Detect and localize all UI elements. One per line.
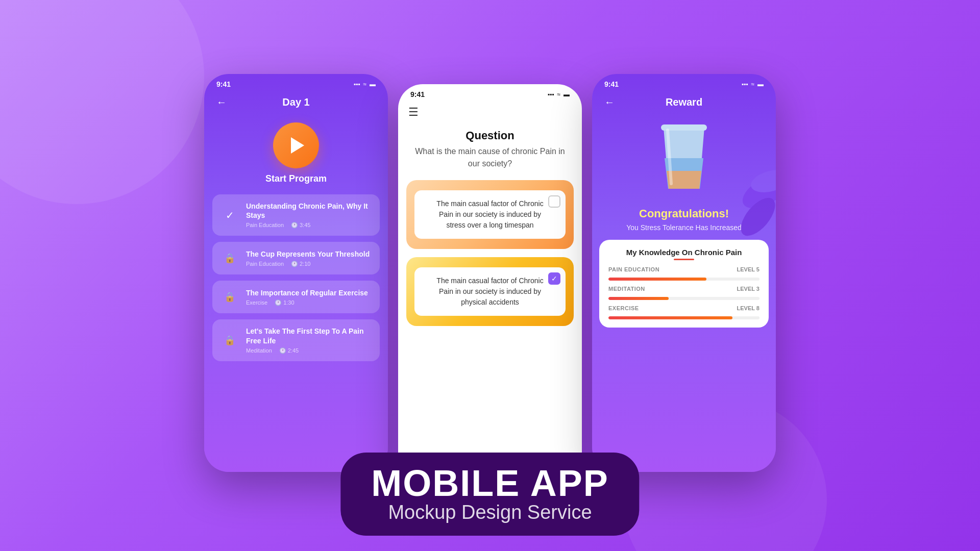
knowledge-label-1: PAIN EDUCATION [608, 266, 659, 272]
knowledge-level-1: LEVEL 5 [737, 266, 760, 272]
lesson-2-category: Pain Education [246, 261, 284, 267]
phone3-header: ← Reward [592, 88, 776, 112]
banner-subtitle: Mockup Design Service [371, 502, 608, 523]
phone3-status-icons: ▪▪▪ ≈ ▬ [742, 81, 764, 88]
phone1-signal-icon: ▪▪▪ [354, 81, 360, 88]
knowledge-bar-fill-3 [608, 316, 732, 319]
phone3-back-button[interactable]: ← [604, 96, 615, 108]
knowledge-label-2: MEDITATION [608, 286, 645, 292]
lesson-lock-icon-2: 🔒 [220, 288, 239, 306]
answer-2-checkbox[interactable]: ✓ [548, 272, 560, 285]
knowledge-row-1: PAIN EDUCATION LEVEL 5 [608, 266, 760, 272]
phone2-status-icons: ▪▪▪ ≈ ▬ [548, 91, 570, 98]
knowledge-card-title: My Knowledge On Chronic Pain [608, 248, 760, 257]
phone2-time: 9:41 [410, 90, 425, 98]
answer-card-1[interactable]: The main casual factor of Chronic Pain i… [406, 180, 574, 249]
phone-3: 9:41 ▪▪▪ ≈ ▬ ← Reward [592, 74, 776, 472]
phone2-status-bar: 9:41 ▪▪▪ ≈ ▬ [398, 84, 582, 98]
answer-cards: The main casual factor of Chronic Pain i… [398, 180, 582, 326]
phone1-title: Day 1 [282, 96, 309, 108]
answer-card-2-inner: ✓ The main casual factor of Chronic Pain… [414, 267, 566, 316]
phone-2: 9:41 ▪▪▪ ≈ ▬ ☰ Question What is the main… [398, 84, 582, 482]
knowledge-bar-track-3 [608, 316, 760, 319]
lesson-lock-icon: 🔒 [220, 249, 239, 267]
phone-1: 9:41 ▪▪▪ ≈ ▬ ← Day 1 Start Program [204, 74, 388, 472]
lesson-3-info: The Importance of Regular Exercise Exerc… [246, 288, 372, 306]
knowledge-bar-track-1 [608, 278, 760, 281]
lesson-3-time: 🕐1:30 [275, 299, 294, 306]
lesson-4-time: 🕐2:45 [279, 347, 299, 354]
answer-2-text: The main casual factor of Chronic Pain i… [423, 276, 557, 308]
knowledge-label-3: EXERCISE [608, 305, 639, 311]
banner-title: MOBILE APP [371, 465, 608, 502]
lesson-1-title: Understanding Chronic Pain, Why It Stays [246, 202, 372, 220]
list-item[interactable]: ✓ Understanding Chronic Pain, Why It Sta… [212, 194, 380, 236]
phone3-status-bar: 9:41 ▪▪▪ ≈ ▬ [592, 74, 776, 88]
lesson-lock-icon-3: 🔒 [220, 331, 239, 349]
phone1-header: ← Day 1 [204, 88, 388, 112]
play-icon [291, 137, 304, 154]
list-item[interactable]: 🔒 Let's Take The First Step To A Pain Fr… [212, 319, 380, 361]
phone1-status-icons: ▪▪▪ ≈ ▬ [354, 81, 376, 88]
lesson-2-info: The Cup Represents Your Threshold Pain E… [246, 249, 372, 267]
lesson-3-category: Exercise [246, 299, 267, 306]
lesson-1-info: Understanding Chronic Pain, Why It Stays… [246, 202, 372, 229]
answer-card-1-inner: The main casual factor of Chronic Pain i… [414, 190, 566, 239]
congrats-sub: You Stress Tolerance Has Increased [592, 223, 776, 232]
phone1-battery-icon: ▬ [370, 81, 376, 88]
question-title: Question [398, 123, 582, 145]
lesson-4-info: Let's Take The First Step To A Pain Free… [246, 327, 372, 354]
congrats-title: Congratulations! [592, 207, 776, 220]
list-item[interactable]: 🔒 The Importance of Regular Exercise Exe… [212, 281, 380, 313]
phone3-title: Reward [666, 96, 702, 108]
knowledge-card: My Knowledge On Chronic Pain PAIN EDUCAT… [599, 240, 769, 328]
answer-card-2[interactable]: ✓ The main casual factor of Chronic Pain… [406, 257, 574, 326]
lesson-1-meta: Pain Education 🕐3:45 [246, 222, 372, 229]
phone3-wifi-icon: ≈ [751, 81, 754, 88]
knowledge-level-2: LEVEL 3 [737, 286, 760, 292]
phone2-battery-icon: ▬ [564, 91, 570, 98]
hamburger-menu-icon[interactable]: ☰ [408, 106, 419, 119]
answer-1-text: The main casual factor of Chronic Pain i… [423, 198, 557, 231]
play-button[interactable] [273, 122, 319, 168]
lesson-list: ✓ Understanding Chronic Pain, Why It Sta… [204, 194, 388, 361]
knowledge-bar-track-2 [608, 297, 760, 300]
lesson-check-icon: ✓ [220, 206, 239, 224]
phone1-status-bar: 9:41 ▪▪▪ ≈ ▬ [204, 74, 388, 88]
phone3-battery-icon: ▬ [757, 81, 764, 88]
phone3-signal-icon: ▪▪▪ [742, 81, 748, 88]
lesson-3-meta: Exercise 🕐1:30 [246, 299, 372, 306]
lesson-1-category: Pain Education [246, 222, 284, 229]
phone3-time: 9:41 [604, 80, 619, 88]
main-container: 9:41 ▪▪▪ ≈ ▬ ← Day 1 Start Program [0, 0, 980, 551]
knowledge-level-3: LEVEL 8 [737, 305, 760, 311]
knowledge-row-3: EXERCISE LEVEL 8 [608, 305, 760, 311]
phone2-header: ☰ [398, 98, 582, 123]
lesson-2-title: The Cup Represents Your Threshold [246, 249, 372, 259]
start-program-label: Start Program [204, 173, 388, 184]
bottom-banner: MOBILE APP Mockup Design Service [340, 453, 639, 536]
knowledge-row-2: MEDITATION LEVEL 3 [608, 286, 760, 292]
list-item[interactable]: 🔒 The Cup Represents Your Threshold Pain… [212, 242, 380, 274]
phone2-signal-icon: ▪▪▪ [548, 91, 554, 98]
lesson-2-meta: Pain Education 🕐2:10 [246, 261, 372, 267]
cup-illustration [592, 117, 776, 199]
lesson-4-title: Let's Take The First Step To A Pain Free… [246, 327, 372, 345]
question-text: What is the main cause of chronic Pain i… [398, 145, 582, 180]
lesson-3-title: The Importance of Regular Exercise [246, 288, 372, 297]
lesson-1-time: 🕐3:45 [291, 222, 310, 229]
phone1-wifi-icon: ≈ [363, 81, 366, 88]
lesson-4-category: Meditation [246, 347, 272, 354]
lesson-2-time: 🕐2:10 [291, 261, 310, 267]
phone1-time: 9:41 [216, 80, 231, 88]
answer-1-checkbox[interactable] [548, 195, 560, 208]
phone2-wifi-icon: ≈ [557, 91, 560, 98]
phone1-back-button[interactable]: ← [216, 96, 227, 108]
lesson-4-meta: Meditation 🕐2:45 [246, 347, 372, 354]
knowledge-divider [674, 259, 694, 260]
knowledge-bar-fill-2 [608, 297, 669, 300]
knowledge-bar-fill-1 [608, 278, 706, 281]
